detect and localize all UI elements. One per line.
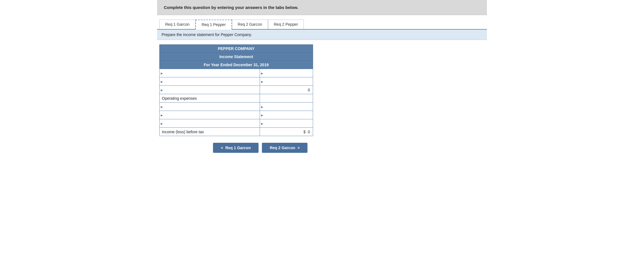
row1-label-input[interactable] <box>162 71 257 75</box>
tab-req2pepper[interactable]: Req 2 Pepper <box>268 20 304 29</box>
row7-label-input[interactable] <box>162 121 257 126</box>
row5-value-cell[interactable] <box>260 103 313 111</box>
row7-value-input[interactable] <box>262 121 310 126</box>
row4-label-cell: Operating expenses <box>160 94 260 103</box>
row2-label-input[interactable] <box>162 79 257 84</box>
company-name: PEPPER COMPANY <box>160 45 313 53</box>
row2-value-input[interactable] <box>262 79 310 84</box>
table-row <box>160 77 313 86</box>
table-row <box>160 69 313 77</box>
statement-table: PEPPER COMPANY Income Statement For Year… <box>159 44 313 136</box>
row3-label-cell[interactable] <box>160 86 260 94</box>
row2-value-cell[interactable] <box>260 77 313 86</box>
header-period-row: For Year Ended December 31, 2019 <box>160 61 313 69</box>
row5-value-input[interactable] <box>262 104 310 109</box>
dollar-sign: $ <box>304 130 307 134</box>
instruction-text: Complete this question by entering your … <box>164 5 298 10</box>
operating-expenses-label: Operating expenses <box>162 96 197 101</box>
info-row: Prepare the income statement for Pepper … <box>157 30 487 40</box>
row1-label-cell[interactable] <box>160 69 260 77</box>
row2-label-cell[interactable] <box>160 77 260 86</box>
statement-wrapper: PEPPER COMPANY Income Statement For Year… <box>157 44 487 136</box>
tab-req2garcon[interactable]: Req 2 Garcon <box>232 20 268 29</box>
table-row: Operating expenses <box>160 94 313 103</box>
instruction-banner: Complete this question by entering your … <box>157 0 487 15</box>
statement-title: Income Statement <box>160 53 313 61</box>
nav-buttons: < Req 1 Garcon Req 2 Garcon > <box>157 143 487 153</box>
table-row <box>160 119 313 128</box>
row6-label-input[interactable] <box>162 113 257 117</box>
prev-arrow: < <box>221 146 223 150</box>
row1-value-input[interactable] <box>262 71 310 75</box>
income-before-tax-row: Income (loss) before tax $ 0 <box>160 128 313 136</box>
row1-value-cell[interactable] <box>260 69 313 77</box>
table-row <box>160 103 313 111</box>
info-text: Prepare the income statement for Pepper … <box>162 32 252 37</box>
row6-value-cell[interactable] <box>260 111 313 119</box>
tabs-container: Req 1 Garcon Req 1 Pepper Req 2 Garcon R… <box>157 20 487 30</box>
tab-req1pepper[interactable]: Req 1 Pepper <box>195 20 232 30</box>
table-row <box>160 111 313 119</box>
row6-value-input[interactable] <box>262 113 310 117</box>
row5-label-input[interactable] <box>162 104 257 109</box>
next-arrow: > <box>297 146 300 150</box>
row3-label-input[interactable] <box>162 88 257 92</box>
header-title-row: Income Statement <box>160 53 313 61</box>
income-before-tax-value-cell[interactable]: $ 0 <box>260 128 313 136</box>
table-row: 0 <box>160 86 313 94</box>
row7-label-cell[interactable] <box>160 119 260 128</box>
statement-period: For Year Ended December 31, 2019 <box>160 61 313 69</box>
tab-req1garcon[interactable]: Req 1 Garcon <box>159 20 195 29</box>
header-company-row: PEPPER COMPANY <box>160 45 313 53</box>
row3-value-cell[interactable]: 0 <box>260 86 313 94</box>
row5-label-cell[interactable] <box>160 103 260 111</box>
prev-label: Req 1 Garcon <box>225 146 251 150</box>
row6-label-cell[interactable] <box>160 111 260 119</box>
row4-value-cell <box>260 94 313 103</box>
row3-value: 0 <box>308 88 310 92</box>
row7-value-cell[interactable] <box>260 119 313 128</box>
next-button[interactable]: Req 2 Garcon > <box>262 143 307 153</box>
income-before-tax-value: 0 <box>308 130 310 134</box>
income-before-tax-label: Income (loss) before tax <box>160 128 260 136</box>
prev-button[interactable]: < Req 1 Garcon <box>213 143 259 153</box>
next-label: Req 2 Garcon <box>270 146 295 150</box>
